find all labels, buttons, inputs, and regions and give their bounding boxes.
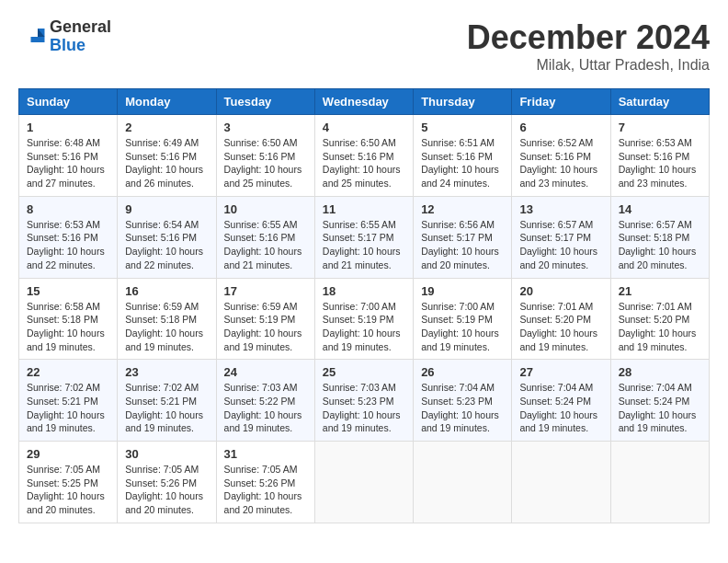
day-info: Sunrise: 6:58 AM Sunset: 5:18 PM Dayligh… — [27, 300, 109, 354]
day-info: Sunrise: 7:01 AM Sunset: 5:20 PM Dayligh… — [519, 300, 602, 354]
calendar-week-row: 8 Sunrise: 6:53 AM Sunset: 5:16 PM Dayli… — [19, 196, 710, 278]
calendar-day-cell: 6 Sunrise: 6:52 AM Sunset: 5:16 PM Dayli… — [512, 115, 610, 197]
calendar-body: 1 Sunrise: 6:48 AM Sunset: 5:16 PM Dayli… — [19, 115, 710, 523]
day-number: 10 — [224, 202, 307, 216]
logo: General Blue — [18, 18, 111, 55]
header-sunday: Sunday — [19, 89, 118, 115]
logo-general: General — [50, 18, 111, 37]
calendar-day-cell: 19 Sunrise: 7:00 AM Sunset: 5:19 PM Dayl… — [414, 278, 512, 360]
calendar-week-row: 22 Sunrise: 7:02 AM Sunset: 5:21 PM Dayl… — [19, 360, 710, 442]
day-info: Sunrise: 6:54 AM Sunset: 5:16 PM Dayligh… — [125, 218, 208, 272]
calendar-day-cell: 28 Sunrise: 7:04 AM Sunset: 5:24 PM Dayl… — [610, 360, 709, 442]
header-friday: Friday — [512, 89, 610, 115]
day-number: 27 — [519, 365, 602, 379]
day-info: Sunrise: 6:48 AM Sunset: 5:16 PM Dayligh… — [27, 136, 109, 190]
calendar-day-cell: 26 Sunrise: 7:04 AM Sunset: 5:23 PM Dayl… — [414, 360, 512, 442]
day-info: Sunrise: 6:57 AM Sunset: 5:17 PM Dayligh… — [519, 218, 602, 272]
day-number: 16 — [125, 284, 208, 298]
day-number: 7 — [619, 121, 701, 134]
calendar-day-cell: 30 Sunrise: 7:05 AM Sunset: 5:26 PM Dayl… — [118, 442, 216, 523]
day-info: Sunrise: 6:51 AM Sunset: 5:16 PM Dayligh… — [421, 136, 504, 190]
page-header: General Blue December 2024 Milak, Uttar … — [18, 18, 710, 74]
calendar-empty-cell — [314, 442, 413, 523]
calendar-day-cell: 18 Sunrise: 7:00 AM Sunset: 5:19 PM Dayl… — [314, 278, 413, 360]
day-number: 14 — [619, 202, 701, 216]
calendar-empty-cell — [512, 442, 610, 523]
day-number: 25 — [323, 365, 405, 379]
calendar-empty-cell — [414, 442, 512, 523]
day-info: Sunrise: 6:59 AM Sunset: 5:18 PM Dayligh… — [125, 300, 208, 354]
calendar-day-cell: 23 Sunrise: 7:02 AM Sunset: 5:21 PM Dayl… — [118, 360, 216, 442]
day-number: 28 — [619, 365, 701, 379]
day-info: Sunrise: 7:04 AM Sunset: 5:23 PM Dayligh… — [421, 381, 504, 435]
header-wednesday: Wednesday — [314, 89, 413, 115]
calendar-day-cell: 8 Sunrise: 6:53 AM Sunset: 5:16 PM Dayli… — [19, 196, 118, 278]
day-number: 17 — [224, 284, 307, 298]
day-info: Sunrise: 7:05 AM Sunset: 5:26 PM Dayligh… — [224, 463, 307, 517]
calendar-day-cell: 21 Sunrise: 7:01 AM Sunset: 5:20 PM Dayl… — [610, 278, 709, 360]
day-info: Sunrise: 7:02 AM Sunset: 5:21 PM Dayligh… — [27, 381, 109, 435]
day-info: Sunrise: 6:57 AM Sunset: 5:18 PM Dayligh… — [619, 218, 701, 272]
day-number: 26 — [421, 365, 504, 379]
header-monday: Monday — [118, 89, 216, 115]
day-info: Sunrise: 7:02 AM Sunset: 5:21 PM Dayligh… — [125, 381, 208, 435]
day-number: 18 — [323, 284, 405, 298]
calendar-day-cell: 1 Sunrise: 6:48 AM Sunset: 5:16 PM Dayli… — [19, 115, 118, 197]
title-section: December 2024 Milak, Uttar Pradesh, Indi… — [467, 18, 710, 74]
logo-text: General Blue — [50, 18, 111, 55]
logo-blue: Blue — [50, 37, 111, 55]
day-number: 29 — [27, 447, 109, 461]
day-info: Sunrise: 6:55 AM Sunset: 5:17 PM Dayligh… — [323, 218, 405, 272]
calendar-day-cell: 11 Sunrise: 6:55 AM Sunset: 5:17 PM Dayl… — [314, 196, 413, 278]
calendar-table: Sunday Monday Tuesday Wednesday Thursday… — [18, 88, 710, 523]
day-number: 5 — [421, 121, 504, 134]
day-info: Sunrise: 6:50 AM Sunset: 5:16 PM Dayligh… — [224, 136, 307, 190]
calendar-day-cell: 25 Sunrise: 7:03 AM Sunset: 5:23 PM Dayl… — [314, 360, 413, 442]
calendar-day-cell: 27 Sunrise: 7:04 AM Sunset: 5:24 PM Dayl… — [512, 360, 610, 442]
day-number: 3 — [224, 121, 307, 134]
calendar-day-cell: 13 Sunrise: 6:57 AM Sunset: 5:17 PM Dayl… — [512, 196, 610, 278]
day-number: 31 — [224, 447, 307, 461]
day-number: 15 — [27, 284, 109, 298]
day-info: Sunrise: 7:00 AM Sunset: 5:19 PM Dayligh… — [421, 300, 504, 354]
day-info: Sunrise: 7:03 AM Sunset: 5:23 PM Dayligh… — [323, 381, 405, 435]
calendar-day-cell: 4 Sunrise: 6:50 AM Sunset: 5:16 PM Dayli… — [314, 115, 413, 197]
day-number: 24 — [224, 365, 307, 379]
calendar-day-cell: 14 Sunrise: 6:57 AM Sunset: 5:18 PM Dayl… — [610, 196, 709, 278]
day-number: 9 — [125, 202, 208, 216]
day-info: Sunrise: 6:53 AM Sunset: 5:16 PM Dayligh… — [619, 136, 701, 190]
day-info: Sunrise: 6:49 AM Sunset: 5:16 PM Dayligh… — [125, 136, 208, 190]
day-info: Sunrise: 7:05 AM Sunset: 5:26 PM Dayligh… — [125, 463, 208, 517]
day-info: Sunrise: 7:05 AM Sunset: 5:25 PM Dayligh… — [27, 463, 109, 517]
day-number: 4 — [323, 121, 405, 134]
day-number: 8 — [27, 202, 109, 216]
calendar-day-cell: 22 Sunrise: 7:02 AM Sunset: 5:21 PM Dayl… — [19, 360, 118, 442]
calendar-day-cell: 10 Sunrise: 6:55 AM Sunset: 5:16 PM Dayl… — [216, 196, 314, 278]
header-saturday: Saturday — [610, 89, 709, 115]
weekday-header-row: Sunday Monday Tuesday Wednesday Thursday… — [19, 89, 710, 115]
calendar-day-cell: 16 Sunrise: 6:59 AM Sunset: 5:18 PM Dayl… — [118, 278, 216, 360]
calendar-day-cell: 15 Sunrise: 6:58 AM Sunset: 5:18 PM Dayl… — [19, 278, 118, 360]
day-number: 22 — [27, 365, 109, 379]
day-number: 23 — [125, 365, 208, 379]
day-info: Sunrise: 6:53 AM Sunset: 5:16 PM Dayligh… — [27, 218, 109, 272]
day-info: Sunrise: 6:55 AM Sunset: 5:16 PM Dayligh… — [224, 218, 307, 272]
day-number: 19 — [421, 284, 504, 298]
calendar-day-cell: 12 Sunrise: 6:56 AM Sunset: 5:17 PM Dayl… — [414, 196, 512, 278]
calendar-empty-cell — [610, 442, 709, 523]
calendar-day-cell: 31 Sunrise: 7:05 AM Sunset: 5:26 PM Dayl… — [216, 442, 314, 523]
calendar-day-cell: 24 Sunrise: 7:03 AM Sunset: 5:22 PM Dayl… — [216, 360, 314, 442]
calendar-day-cell: 2 Sunrise: 6:49 AM Sunset: 5:16 PM Dayli… — [118, 115, 216, 197]
calendar-day-cell: 9 Sunrise: 6:54 AM Sunset: 5:16 PM Dayli… — [118, 196, 216, 278]
day-number: 20 — [519, 284, 602, 298]
day-number: 13 — [519, 202, 602, 216]
svg-marker-2 — [31, 37, 45, 42]
location-title: Milak, Uttar Pradesh, India — [467, 57, 710, 74]
calendar-day-cell: 7 Sunrise: 6:53 AM Sunset: 5:16 PM Dayli… — [610, 115, 709, 197]
day-info: Sunrise: 7:01 AM Sunset: 5:20 PM Dayligh… — [619, 300, 701, 354]
day-info: Sunrise: 6:50 AM Sunset: 5:16 PM Dayligh… — [323, 136, 405, 190]
day-info: Sunrise: 7:04 AM Sunset: 5:24 PM Dayligh… — [519, 381, 602, 435]
day-info: Sunrise: 6:56 AM Sunset: 5:17 PM Dayligh… — [421, 218, 504, 272]
day-number: 30 — [125, 447, 208, 461]
day-info: Sunrise: 6:59 AM Sunset: 5:19 PM Dayligh… — [224, 300, 307, 354]
